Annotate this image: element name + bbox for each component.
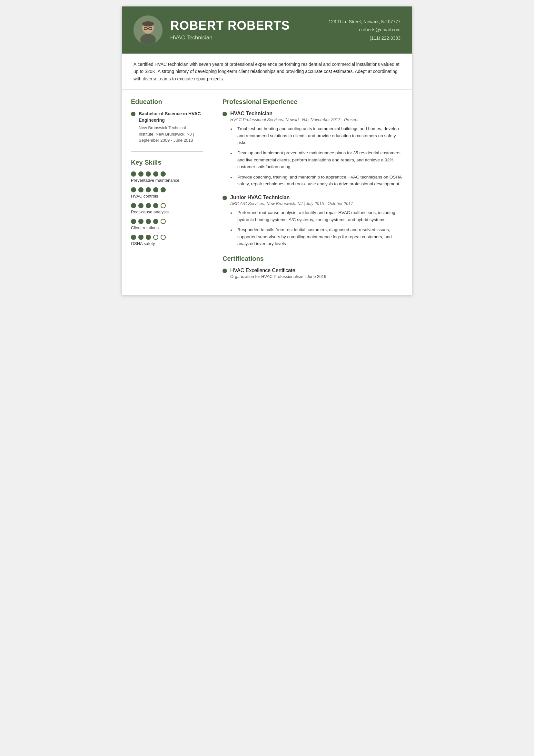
contact-phone: (111) 222-3333 [329, 34, 400, 42]
resume-header: ROBERT ROBERTS HVAC Technician 123 Third… [122, 7, 412, 54]
education-details-block: Bachelor of Science in HVAC Engineering … [139, 111, 203, 144]
dot-filled [161, 172, 166, 176]
skill-dots [131, 187, 203, 192]
education-section: Education Bachelor of Science in HVAC En… [131, 98, 203, 144]
dot-filled [131, 172, 136, 176]
dot-empty [153, 235, 158, 240]
certifications-section: Certifications HVAC Excellence Certifica… [222, 255, 402, 279]
cert-org: Organization for HVAC Professionalism | … [230, 274, 326, 279]
dot-filled [138, 172, 143, 176]
cert-name: HVAC Excellence Certificate [230, 268, 326, 273]
job-meta: ABC A/C Services, New Brunswick, NJ | Ju… [230, 201, 402, 206]
dot-filled [146, 187, 151, 192]
skill-item: Client relations [131, 219, 203, 230]
education-school: New Brunswick Technical Institute, New B… [139, 124, 203, 144]
experience-section: Professional Experience HVAC Technician … [222, 98, 402, 247]
skills-title: Key Skills [131, 159, 203, 166]
skill-dots [131, 172, 203, 176]
dot-filled [131, 235, 136, 240]
dot-filled [153, 203, 158, 208]
resume-document: ROBERT ROBERTS HVAC Technician 123 Third… [122, 7, 412, 295]
dot-filled [153, 219, 158, 224]
job-bullet-item: Troubleshoot heating and cooling units i… [230, 125, 402, 146]
job-bullet [222, 112, 227, 116]
summary-text: A certified HVAC technician with seven y… [134, 61, 400, 82]
dot-filled [153, 172, 158, 176]
experience-title: Professional Experience [222, 98, 402, 106]
skill-item: HVAC controls [131, 187, 203, 199]
right-content: Professional Experience HVAC Technician … [212, 90, 412, 295]
skill-item: Root-cause analysis [131, 203, 203, 214]
skill-dots [131, 235, 203, 240]
job-bullet-item: Provide coaching, training, and mentorsh… [230, 174, 402, 188]
education-bullet [131, 112, 136, 116]
dot-filled [146, 219, 151, 224]
skill-name: Preventative maintenance [131, 178, 203, 183]
education-item: Bachelor of Science in HVAC Engineering … [131, 111, 203, 144]
sidebar: Education Bachelor of Science in HVAC En… [122, 90, 212, 295]
job-bullet [222, 196, 227, 200]
dot-empty [161, 203, 166, 208]
avatar [134, 15, 163, 44]
dot-filled [146, 235, 151, 240]
job-title: HVAC Technician [230, 111, 272, 117]
dot-filled [138, 203, 143, 208]
job-block: HVAC Technician HVAC Professional Servic… [222, 111, 402, 188]
sidebar-divider [131, 151, 203, 152]
skill-name: Root-cause analysis [131, 209, 203, 214]
job-title: Junior HVAC Technician [230, 195, 290, 201]
skills-section: Key Skills Preventative maintenance [131, 159, 203, 246]
dot-filled [146, 172, 151, 176]
job-bullet-item: Responded to calls from residential cust… [230, 226, 402, 247]
dot-filled [131, 219, 136, 224]
dot-empty [161, 219, 166, 224]
dot-filled [131, 187, 136, 192]
skill-name: OSHA safety [131, 241, 203, 246]
dot-filled [146, 203, 151, 208]
header-name-block: ROBERT ROBERTS HVAC Technician [170, 19, 321, 41]
job-bullet-item: Performed root-cause analysis to identif… [230, 209, 402, 223]
cert-item: HVAC Excellence Certificate Organization… [222, 268, 402, 279]
skill-item: Preventative maintenance [131, 172, 203, 183]
job-header: Junior HVAC Technician [222, 195, 402, 201]
dot-filled [131, 203, 136, 208]
job-block: Junior HVAC Technician ABC A/C Services,… [222, 195, 402, 247]
dot-empty [161, 235, 166, 240]
dot-filled [161, 187, 166, 192]
header-contact: 123 Third Street, Newark, NJ 07777 r.rob… [329, 18, 400, 42]
dot-filled [138, 187, 143, 192]
candidate-title: HVAC Technician [170, 35, 321, 41]
job-bullets: Performed root-cause analysis to identif… [230, 209, 402, 247]
main-content: Education Bachelor of Science in HVAC En… [122, 90, 412, 295]
dot-filled [138, 219, 143, 224]
candidate-name: ROBERT ROBERTS [170, 19, 321, 33]
education-title: Education [131, 98, 203, 106]
contact-email: r.roberts@email.com [329, 26, 400, 34]
summary-section: A certified HVAC technician with seven y… [122, 54, 412, 90]
job-meta: HVAC Professional Services, Newark, NJ |… [230, 117, 402, 122]
skill-name: Client relations [131, 225, 203, 230]
contact-address: 123 Third Street, Newark, NJ 07777 [329, 18, 400, 26]
dot-filled [138, 235, 143, 240]
job-header: HVAC Technician [222, 111, 402, 117]
skill-name: HVAC controls [131, 194, 203, 199]
skill-item: OSHA safety [131, 235, 203, 246]
certifications-title: Certifications [222, 255, 402, 262]
skill-dots [131, 203, 203, 208]
education-degree: Bachelor of Science in HVAC Engineering [139, 111, 203, 123]
dot-filled [153, 187, 158, 192]
cert-bullet [222, 269, 227, 273]
job-bullet-item: Develop and implement preventative maint… [230, 149, 402, 171]
cert-details: HVAC Excellence Certificate Organization… [230, 268, 326, 279]
skill-dots [131, 219, 203, 224]
job-bullets: Troubleshoot heating and cooling units i… [230, 125, 402, 188]
svg-point-3 [142, 21, 154, 26]
